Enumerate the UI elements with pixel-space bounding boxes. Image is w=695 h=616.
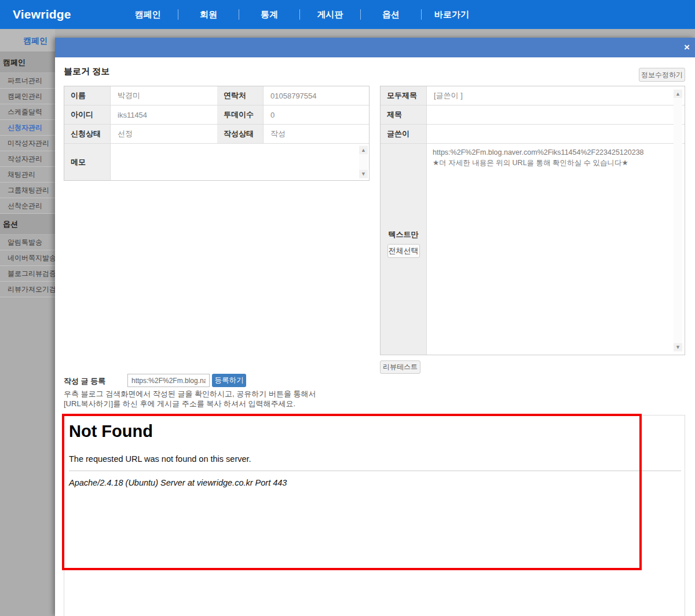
id-value: iks11454 xyxy=(111,105,217,124)
scroll-up-icon[interactable]: ▲ xyxy=(359,146,368,154)
field-label: 연락처 xyxy=(217,86,264,105)
field-label: 이름 xyxy=(64,86,111,105)
register-button[interactable]: 등록하기 xyxy=(212,374,246,387)
app-root: Viewridge 캠페인 회원 통계 게시판 옵션 바로가기 캠페인 캠페인 … xyxy=(0,0,695,616)
author-field[interactable] xyxy=(427,125,685,143)
sidebar-item-blog-review-verify[interactable]: 블로그리뷰검증 xyxy=(0,266,55,282)
nav-item-stats[interactable]: 통계 xyxy=(239,9,299,20)
post-content-textarea[interactable]: https:%2F%2Fm.blog.naver.com%2Fiks11454%… xyxy=(427,144,685,355)
table-row: 신청상태 선정 작성상태 작성 xyxy=(64,125,369,144)
post-info-table: 모두제목 [글쓴이 ] 제목 글쓴이 텍스트만 전체선택 https:%2F%2… xyxy=(380,86,685,355)
sidebar: 캠페인 캠페인 파트너관리 캠페인관리 스케줄달력 신청자관리 미작성자관리 작… xyxy=(0,29,55,616)
table-row: 아이디 iks11454 투데이수 0 xyxy=(64,105,369,125)
error-message: The requested URL was not found on this … xyxy=(69,454,685,464)
apply-status-value: 선정 xyxy=(111,125,217,143)
table-row: 이름 박경미 연락처 01058797554 xyxy=(64,86,369,105)
register-help-text: 우측 블로그 검색화면에서 작성된 글을 확인하시고, 공유하기 버튼을 통해서… xyxy=(64,389,316,409)
nav-item-board[interactable]: 게시판 xyxy=(300,9,360,20)
close-icon[interactable]: × xyxy=(684,42,690,53)
modal-header-bar: × xyxy=(55,38,695,57)
register-post-label: 작성 글 등록 xyxy=(64,376,105,387)
blogger-info-modal: × 블로거 정보 정보수정하기 이름 박경미 연락처 01058797554 아… xyxy=(55,38,695,616)
sidebar-item-schedule-calendar[interactable]: 스케줄달력 xyxy=(0,104,55,120)
sidebar-item-partner-mgmt[interactable]: 파트너관리 xyxy=(0,73,55,89)
nav-menu: 캠페인 회원 통계 게시판 옵션 바로가기 xyxy=(118,0,482,29)
help-line: 우측 블로그 검색화면에서 작성된 글을 확인하시고, 공유하기 버튼을 통해서 xyxy=(64,389,316,399)
sidebar-item-chat-mgmt[interactable]: 채팅관리 xyxy=(0,167,55,183)
scrollbar[interactable]: ▲ ▼ xyxy=(359,145,368,179)
sidebar-item-naver-note-send[interactable]: 네이버쪽지발송 xyxy=(0,250,55,266)
table-row: 제목 xyxy=(381,105,685,125)
field-label: 작성상태 xyxy=(217,125,264,143)
sidebar-group-options: 옵션 xyxy=(0,214,55,235)
blog-preview-frame: Not Found The requested URL was not foun… xyxy=(64,415,685,616)
modal-title: 블로거 정보 xyxy=(64,66,109,77)
edit-info-button[interactable]: 정보수정하기 xyxy=(639,68,685,82)
sidebar-item-applicant-mgmt[interactable]: 신청자관리 xyxy=(0,120,55,136)
sidebar-group-campaign: 캠페인 xyxy=(0,52,55,73)
field-label: 아이디 xyxy=(64,105,111,124)
error-divider xyxy=(69,471,681,471)
content-label-cell: 텍스트만 전체선택 xyxy=(381,144,427,355)
phone-value: 01058797554 xyxy=(264,86,369,105)
today-count-value: 0 xyxy=(264,105,369,124)
memo-textarea[interactable]: ▲ ▼ xyxy=(111,144,369,180)
field-label: 글쓴이 xyxy=(381,125,427,143)
table-row: 메모 ▲ ▼ xyxy=(64,144,369,180)
nav-item-member[interactable]: 회원 xyxy=(178,9,239,20)
scroll-down-icon[interactable]: ▼ xyxy=(359,170,368,178)
text-only-label: 텍스트만 xyxy=(389,229,419,240)
table-row: 텍스트만 전체선택 https:%2F%2Fm.blog.naver.com%2… xyxy=(381,144,685,355)
scrollbar[interactable]: ▲ ▼ xyxy=(674,89,682,352)
name-value: 박경미 xyxy=(111,86,217,105)
title-field[interactable] xyxy=(427,105,685,124)
memo-label: 메모 xyxy=(64,144,111,180)
table-row: 글쓴이 xyxy=(381,125,685,144)
write-status-value: 작성 xyxy=(264,125,369,143)
blogger-info-table: 이름 박경미 연락처 01058797554 아이디 iks11454 투데이수… xyxy=(64,86,370,181)
nav-item-campaign[interactable]: 캠페인 xyxy=(118,9,178,20)
select-all-button[interactable]: 전체선택 xyxy=(387,244,420,258)
brand-logo[interactable]: Viewridge xyxy=(13,0,71,29)
top-nav: Viewridge 캠페인 회원 통계 게시판 옵션 바로가기 xyxy=(0,0,695,29)
error-heading: Not Found xyxy=(69,422,685,441)
review-test-button[interactable]: 리뷰테스트 xyxy=(380,360,420,374)
scroll-down-icon[interactable]: ▼ xyxy=(674,343,682,351)
scroll-up-icon[interactable]: ▲ xyxy=(674,90,682,98)
field-label: 제목 xyxy=(381,105,427,124)
sidebar-item-review-fetch-verify[interactable]: 리뷰가져오기검증 xyxy=(0,282,55,297)
table-row: 모두제목 [글쓴이 ] xyxy=(381,86,685,105)
nav-item-options[interactable]: 옵션 xyxy=(361,9,421,20)
sidebar-item-alimtalk-send[interactable]: 알림톡발송 xyxy=(0,235,55,250)
sidebar-item-first-come-mgmt[interactable]: 선착순관리 xyxy=(0,198,55,214)
error-server-info: Apache/2.4.18 (Ubuntu) Server at viewrid… xyxy=(69,478,685,487)
help-line: [URL복사하기]를 하신 후에 게시글 주소를 복사 하셔서 입력해주세요. xyxy=(64,399,316,409)
all-title-field[interactable]: [글쓴이 ] xyxy=(427,86,685,105)
sidebar-item-campaign-mgmt[interactable]: 캠페인관리 xyxy=(0,89,55,104)
field-label: 모두제목 xyxy=(381,86,427,105)
sidebar-item-writer-mgmt[interactable]: 작성자관리 xyxy=(0,151,55,167)
sidebar-item-group-chat-mgmt[interactable]: 그룹채팅관리 xyxy=(0,183,55,198)
dim-overlay-strip xyxy=(55,29,695,38)
sidebar-header: 캠페인 xyxy=(0,29,55,52)
post-url-input[interactable] xyxy=(127,374,210,387)
nav-item-shortcut[interactable]: 바로가기 xyxy=(422,9,482,20)
field-label: 신청상태 xyxy=(64,125,111,143)
sidebar-item-unwritten-mgmt[interactable]: 미작성자관리 xyxy=(0,136,55,151)
field-label: 투데이수 xyxy=(217,105,264,124)
